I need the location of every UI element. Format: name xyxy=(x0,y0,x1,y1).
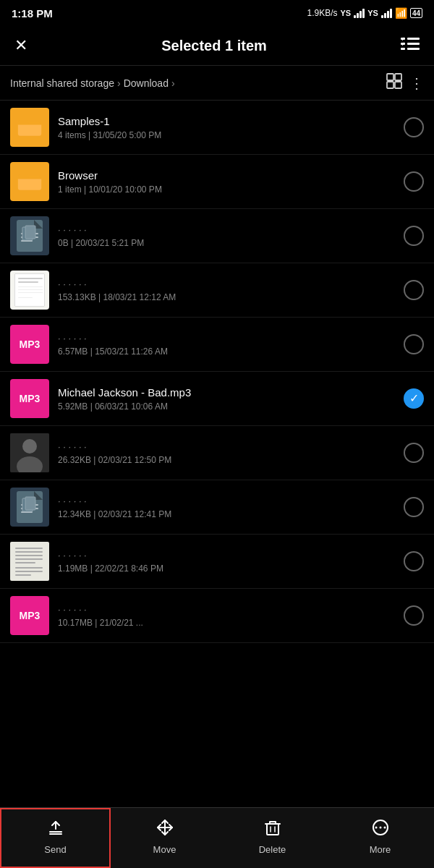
delete-button[interactable]: Delete xyxy=(218,808,326,868)
file-checkbox[interactable] xyxy=(404,117,424,137)
list-item[interactable]: Samples-1 4 items | 31/05/20 5:00 PM xyxy=(0,101,434,155)
list-item[interactable]: MP3 · · · · · · 10.17MB | 21/02/21 ... xyxy=(0,589,434,643)
file-meta: 12.34KB | 02/03/21 12:41 PM xyxy=(58,509,395,519)
file-info: · · · · · · 1.19MB | 22/02/21 8:46 PM xyxy=(58,550,395,574)
close-icon: ✕ xyxy=(14,36,27,54)
list-item[interactable]: · · · · · · 12.34KB | 02/03/21 12:41 PM xyxy=(0,480,434,535)
status-bar: 1:18 PM 1.9KB/s YS YS 📶 44 xyxy=(0,0,434,26)
file-name: Michael Jackson - Bad.mp3 xyxy=(58,386,395,399)
file-name: · · · · · · xyxy=(58,224,395,235)
list-item[interactable]: MP3 Michael Jackson - Bad.mp3 5.92MB | 0… xyxy=(0,372,434,426)
more-button[interactable]: More xyxy=(326,808,434,868)
svg-point-31 xyxy=(383,827,386,829)
send-label: Send xyxy=(44,844,66,855)
file-checkbox[interactable] xyxy=(404,334,424,354)
breadcrumb-current[interactable]: Download xyxy=(124,77,169,89)
file-checkbox[interactable] xyxy=(404,226,424,246)
breadcrumb-actions: ⋮ xyxy=(386,73,424,93)
svg-rect-9 xyxy=(395,82,401,88)
select-all-icon xyxy=(401,38,420,56)
breadcrumb-chevron-2: › xyxy=(171,77,175,89)
network-speed: 1.9KB/s xyxy=(307,8,337,18)
file-meta: 10.17MB | 21/02/21 ... xyxy=(58,618,395,628)
svg-point-29 xyxy=(375,827,377,829)
file-info: Michael Jackson - Bad.mp3 5.92MB | 06/03… xyxy=(58,386,395,412)
folder-thumb xyxy=(10,162,49,201)
list-item[interactable]: MP3 · · · · · · 6.57MB | 15/03/21 11:26 … xyxy=(0,318,434,372)
breadcrumb-chevron-1: › xyxy=(117,77,121,89)
file-checkbox[interactable] xyxy=(404,497,424,517)
svg-rect-1 xyxy=(407,38,420,40)
file-name: Samples-1 xyxy=(58,115,395,127)
file-name: · · · · · · xyxy=(58,495,395,506)
doc-thumb xyxy=(10,488,49,527)
file-meta: 153.13KB | 18/03/21 12:12 AM xyxy=(58,292,395,302)
grid-view-icon[interactable] xyxy=(386,73,402,93)
file-info: · · · · · · 10.17MB | 21/02/21 ... xyxy=(58,604,395,628)
mp3-thumb: MP3 xyxy=(10,379,49,418)
file-name: · · · · · · xyxy=(58,604,395,615)
file-meta: 5.92MB | 06/03/21 10:06 AM xyxy=(58,401,395,412)
file-checkbox[interactable] xyxy=(404,551,424,571)
send-button[interactable]: Send xyxy=(0,808,111,868)
image-thumb xyxy=(10,433,49,472)
text-thumb xyxy=(10,542,49,581)
svg-rect-27 xyxy=(267,824,278,835)
file-checkbox[interactable] xyxy=(404,443,424,463)
overflow-menu-icon[interactable]: ⋮ xyxy=(409,75,424,92)
send-icon xyxy=(46,818,65,840)
move-button[interactable]: Move xyxy=(111,808,218,868)
mp3-thumb: MP3 xyxy=(10,596,49,635)
svg-rect-5 xyxy=(407,48,420,50)
signal-bar-2 xyxy=(381,8,392,18)
svg-rect-8 xyxy=(387,82,393,88)
top-bar: ✕ Selected 1 item xyxy=(0,26,434,66)
wifi-icon: 📶 xyxy=(395,7,407,19)
list-item[interactable]: · · · · · · 0B | 20/03/21 5:21 PM xyxy=(0,209,434,263)
checkmark-icon: ✓ xyxy=(409,393,419,404)
file-info: Samples-1 4 items | 31/05/20 5:00 PM xyxy=(58,115,395,140)
move-icon xyxy=(156,818,174,840)
file-info: · · · · · · 26.32KB | 02/03/21 12:50 PM xyxy=(58,441,395,465)
breadcrumb[interactable]: Internal shared storage › Download › xyxy=(10,77,175,89)
svg-rect-6 xyxy=(387,74,393,80)
signal-bar-1 xyxy=(354,8,365,18)
delete-icon xyxy=(263,818,282,840)
file-meta: 26.32KB | 02/03/21 12:50 PM xyxy=(58,455,395,465)
file-checkbox[interactable] xyxy=(404,605,424,626)
status-time: 1:18 PM xyxy=(12,7,53,20)
bottom-bar: Send Move Delete xyxy=(0,807,434,868)
more-label: More xyxy=(370,844,391,855)
file-name: · · · · · · xyxy=(58,441,395,452)
file-info: Browser 1 item | 10/01/20 10:00 PM xyxy=(58,169,395,195)
svg-point-30 xyxy=(379,827,381,829)
signal-ys2: YS xyxy=(367,9,378,17)
file-name: · · · · · · xyxy=(58,550,395,561)
file-meta: 4 items | 31/05/20 5:00 PM xyxy=(58,130,395,140)
list-item[interactable]: · · · · · · 26.32KB | 02/03/21 12:50 PM xyxy=(0,426,434,480)
file-checkbox[interactable] xyxy=(404,171,424,192)
svg-rect-25 xyxy=(49,831,62,833)
breadcrumb-root[interactable]: Internal shared storage xyxy=(10,77,114,89)
file-info: · · · · · · 6.57MB | 15/03/21 11:26 AM xyxy=(58,333,395,357)
file-meta: 1.19MB | 22/02/21 8:46 PM xyxy=(58,563,395,574)
close-button[interactable]: ✕ xyxy=(12,35,30,56)
more-icon xyxy=(371,818,390,840)
svg-rect-24 xyxy=(25,497,35,510)
file-list: Samples-1 4 items | 31/05/20 5:00 PM Bro… xyxy=(0,101,434,701)
svg-point-17 xyxy=(22,439,37,454)
list-item[interactable]: · · · · · · 1.19MB | 22/02/21 8:46 PM xyxy=(0,535,434,589)
file-name: Browser xyxy=(58,169,395,182)
svg-rect-4 xyxy=(401,48,405,50)
file-checkbox[interactable]: ✓ xyxy=(404,388,424,409)
file-name: · · · · · · xyxy=(58,333,395,344)
file-checkbox[interactable] xyxy=(404,280,424,300)
select-all-button[interactable] xyxy=(398,33,422,58)
file-info: · · · · · · 0B | 20/03/21 5:21 PM xyxy=(58,224,395,248)
file-name: · · · · · · xyxy=(58,278,395,289)
delete-label: Delete xyxy=(259,844,286,855)
list-item[interactable]: Browser 1 item | 10/01/20 10:00 PM xyxy=(0,155,434,209)
doc-thumb xyxy=(10,216,49,255)
mp3-thumb: MP3 xyxy=(10,325,49,364)
list-item[interactable]: · · · · · · 153.13KB | 18/03/21 12:12 AM xyxy=(0,263,434,318)
